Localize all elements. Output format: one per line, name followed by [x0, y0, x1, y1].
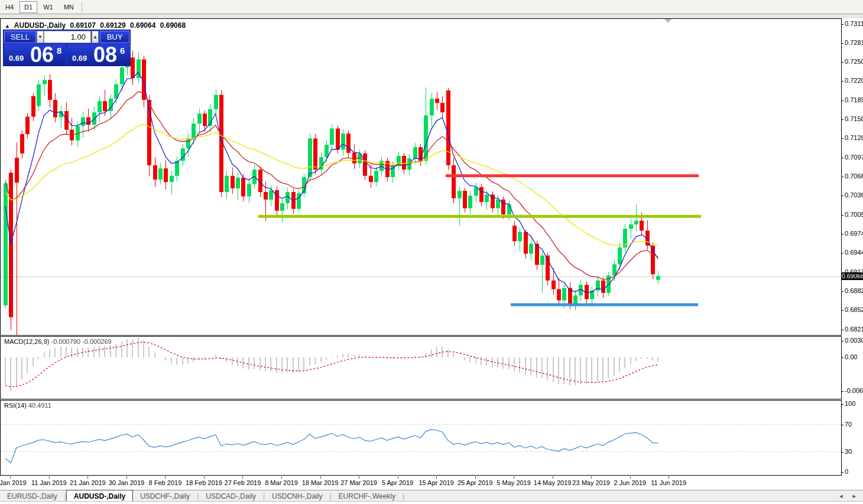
date-label: 18 Mar 2019 — [302, 479, 339, 486]
main-chart-canvas[interactable] — [1, 19, 841, 335]
date-label: 11 Jan 2019 — [31, 479, 67, 486]
ohlc-low: 0.69064 — [130, 21, 155, 30]
price-axis-label: 0.70360 — [845, 191, 863, 199]
timeframe-button-mn[interactable]: MN — [59, 1, 79, 13]
rsi-label: RSI(14) 40.4911 — [4, 402, 51, 409]
date-tick — [87, 476, 88, 479]
date-tick — [126, 476, 127, 479]
price-axis-label: 0.73115 — [845, 20, 863, 27]
price-axis-tick — [841, 330, 843, 330]
price-axis-tick — [841, 253, 843, 253]
date-label: 5 Apr 2019 — [382, 479, 413, 486]
macd-axis-label: 0.00 — [845, 353, 857, 360]
buy-button[interactable]: BUY — [100, 31, 129, 43]
date-tick — [475, 476, 476, 479]
timeframe-button-w1[interactable]: W1 — [38, 1, 58, 13]
date-label: 2 Jun 2019 — [614, 479, 645, 486]
toolbar-separator — [82, 2, 82, 12]
status-bar — [0, 501, 863, 504]
macd-axis-label: -0.006311 — [845, 387, 863, 394]
date-label: 11 Jun 2019 — [651, 479, 686, 486]
volume-input[interactable] — [44, 31, 91, 43]
date-tick — [398, 476, 398, 479]
macd-axis-tick — [841, 341, 843, 342]
date-label: 5 May 2019 — [497, 479, 530, 486]
date-label: 27 Mar 2019 — [340, 479, 377, 486]
price-axis-label: 0.69440 — [845, 249, 863, 256]
price-axis-label: 0.68520 — [845, 306, 863, 313]
macd-canvas[interactable] — [1, 337, 841, 399]
price-axis-label: 0.68825 — [845, 287, 863, 294]
chart-tab-usdchf-daily[interactable]: USDCHF-,Daily — [133, 491, 197, 501]
price-axis-tick — [841, 234, 843, 235]
price-axis-tick — [841, 62, 843, 63]
date-tick — [242, 476, 243, 479]
date-tick — [436, 476, 437, 479]
macd-axis-tick — [841, 391, 843, 392]
chart-tab-audusd-daily[interactable]: AUDUSD-,Daily — [66, 490, 133, 502]
price-axis-label: 0.72810 — [845, 39, 863, 46]
date-label: 8 Feb 2019 — [149, 479, 182, 486]
tab-scroll-controls: ◂ ▸ — [831, 492, 856, 500]
volume-increase-icon[interactable]: ▲ — [92, 31, 99, 43]
rsi-value: 40.4911 — [28, 402, 51, 409]
date-label: 18 Feb 2019 — [186, 479, 222, 486]
trading-terminal: H4D1W1MN ▲ AUDUSD-,Daily 0.69107 0.69129… — [0, 0, 863, 504]
collapse-triangle-icon[interactable]: ▲ — [5, 23, 10, 29]
buy-price-big: 08 — [93, 43, 117, 67]
rsi-axis-tick — [841, 472, 843, 473]
price-axis-label: 0.71280 — [845, 134, 863, 141]
ohlc-open: 0.69107 — [70, 21, 96, 30]
date-tick — [204, 476, 205, 479]
date-label: 14 May 2019 — [534, 479, 572, 486]
price-axis-label: 0.68210 — [845, 326, 863, 333]
chart-tab-usdcnh-daily[interactable]: USDCNH-,Daily — [265, 491, 329, 501]
price-axis-tick — [841, 310, 843, 311]
date-tick — [359, 476, 359, 479]
price-axis-label: 0.72505 — [845, 58, 863, 65]
chart-symbol: AUDUSD-,Daily — [14, 21, 66, 30]
trade-controls-row: SELL ▼ ▲ BUY — [4, 30, 130, 44]
chart-tab-strip: EURUSD-,Daily|AUDUSD-,DailyUSDCHF-,Daily… — [0, 490, 863, 502]
ohlc-close: 0.69068 — [160, 21, 186, 30]
chart-symbol-header: ▲ AUDUSD-,Daily 0.69107 0.69129 0.69064 … — [5, 21, 188, 30]
date-label: 2 Jan 2019 — [0, 479, 27, 486]
sell-price-big: 06 — [30, 43, 54, 67]
price-axis-label: 0.69130 — [845, 268, 863, 275]
macd-pane — [0, 336, 842, 399]
sell-button[interactable]: SELL — [4, 31, 36, 43]
buy-price-display[interactable]: 0.69 08 6 — [67, 44, 131, 66]
macd-values: -0.000790 -0.000269 — [51, 338, 111, 345]
date-label: 25 Apr 2019 — [458, 479, 492, 486]
price-axis-label: 0.70970 — [845, 154, 863, 161]
tab-scroll-left-icon[interactable]: ◂ — [839, 492, 843, 499]
date-tick — [669, 476, 669, 479]
sell-price-display[interactable]: 0.69 06 8 — [4, 44, 66, 66]
date-tick — [49, 476, 50, 479]
timeframe-button-h4[interactable]: H4 — [1, 1, 18, 13]
scroll-to-end-icon[interactable] — [664, 19, 671, 23]
price-axis-tick — [841, 215, 843, 216]
date-label: 27 Feb 2019 — [225, 479, 261, 486]
rsi-axis-label: 30 — [845, 448, 852, 455]
rsi-axis-tick — [841, 452, 843, 453]
price-axis-tick — [841, 291, 843, 292]
chart-tab-eurusd-daily[interactable]: EURUSD-,Daily — [0, 491, 64, 501]
date-label: 8 Mar 2019 — [265, 479, 298, 486]
price-axis-tick — [841, 119, 843, 120]
sell-price-base: 0.69 — [9, 54, 24, 63]
chart-tab-eurchf-weekly[interactable]: EURCHF-,Weekly — [332, 491, 403, 501]
volume-decrease-icon[interactable]: ▼ — [37, 31, 44, 43]
tab-scroll-right-icon[interactable]: ▸ — [852, 492, 856, 499]
price-axis-tick — [841, 100, 843, 101]
price-axis-tick — [841, 158, 843, 158]
price-axis-tick — [841, 81, 843, 82]
chart-tab-usdcad-daily[interactable]: USDCAD-,Daily — [199, 491, 263, 501]
ohlc-high: 0.69129 — [100, 21, 125, 30]
date-tick — [10, 476, 11, 479]
price-axis-tick — [841, 43, 843, 44]
timeframe-button-d1[interactable]: D1 — [20, 1, 37, 13]
rsi-canvas[interactable] — [1, 401, 841, 475]
date-label: 21 Jan 2019 — [70, 479, 106, 486]
date-tick — [630, 476, 631, 479]
